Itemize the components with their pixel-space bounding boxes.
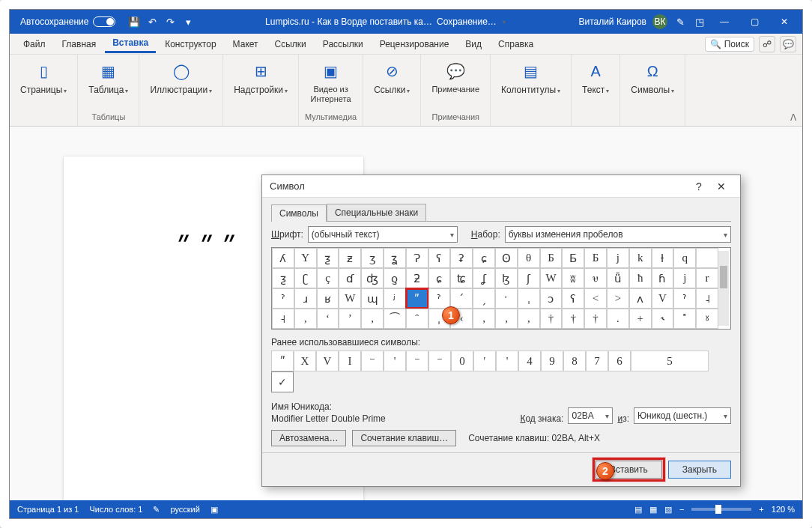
avatar[interactable]: ВК [652,14,667,29]
shortcut-button[interactable]: Сочетание клавиш… [352,430,456,446]
charcode-input[interactable]: 02BA [568,407,613,424]
recent-symbol[interactable]: 0 [451,351,473,371]
symbol-cell[interactable]: . [607,309,629,329]
zoom-level[interactable]: 120 % [772,505,795,514]
symbol-cell[interactable]: ˏ [473,288,495,309]
symbol-cell[interactable]: ʎ [272,248,294,268]
recent-symbol[interactable]: ' [384,351,406,371]
symbol-cell[interactable]: ʬ [562,268,584,288]
close-dialog-button[interactable]: Закрыть [668,461,731,479]
symbol-cell[interactable]: ɕ [473,248,495,268]
symbol-cell[interactable]: + [629,309,652,329]
symbol-cell[interactable]: ʆ [473,268,495,288]
symbol-cell[interactable]: † [540,309,563,329]
tab-designer[interactable]: Конструктор [157,36,223,52]
share-button[interactable]: ☍ [759,36,775,52]
print-layout-icon[interactable]: ▦ [649,505,657,515]
symbol-cell[interactable]: ᵿ [584,268,607,288]
text-button[interactable]: A Текст▾ [578,58,613,98]
dialog-help-button[interactable]: ? [688,180,710,192]
chevron-down-icon[interactable]: ▾ [503,19,506,25]
recent-symbol[interactable]: X [294,351,316,371]
symbol-cell-selected[interactable]: ʺ [406,288,428,309]
symbols-button[interactable]: Ω Символы▾ [626,58,679,98]
comments-button[interactable]: 💬 [780,36,796,52]
autosave-toggle[interactable]: Автосохранение [20,16,115,27]
symbol-cell[interactable]: ˀ [428,288,451,309]
symbol-cell[interactable]: † [562,309,584,329]
symbol-cell[interactable]: ɕ [428,268,451,288]
tab-special-chars[interactable]: Специальные знаки [327,204,426,221]
spellcheck-icon[interactable]: ✎ [153,505,160,515]
symbol-cell[interactable]: ç [317,268,339,288]
search-box[interactable]: 🔍 Поиск [705,37,754,52]
recent-symbol[interactable]: 4 [518,351,541,371]
collapse-ribbon-icon[interactable]: ᐱ [790,112,796,123]
web-layout-icon[interactable]: ▧ [664,505,672,515]
font-select[interactable]: (обычный текст) [308,226,458,243]
symbol-cell[interactable]: ˊ [450,288,473,309]
symbol-cell[interactable]: Y [294,248,317,268]
recent-symbol[interactable]: ⁻ [428,351,451,371]
symbol-cell[interactable]: ‚ [495,309,518,329]
recent-symbol[interactable]: 7 [586,351,608,371]
links-button[interactable]: ⊘ Ссылки▾ [369,58,414,98]
symbol-cell[interactable]: ‚ [294,309,317,329]
symbol-cell[interactable]: Ɂ [406,248,428,268]
symbol-cell[interactable]: ʲ [384,288,406,309]
recent-symbol[interactable]: ⁻ [361,351,384,371]
recent-symbol[interactable]: ′ [473,351,496,371]
minimize-button[interactable]: — [709,10,739,34]
symbol-cell[interactable]: ɮ [495,268,518,288]
macro-icon[interactable]: ▣ [210,505,218,515]
symbol-cell[interactable]: ʃ [518,268,540,288]
symbol-cell[interactable]: j [607,248,629,268]
symbol-cell[interactable]: Ƃ [562,248,584,268]
close-button[interactable]: ✕ [769,10,799,34]
symbol-cell[interactable]: ˀ [673,288,696,309]
symbol-cell[interactable]: > [607,288,629,309]
tab-layout[interactable]: Макет [225,36,266,52]
symbol-cell[interactable]: ʨ [450,268,473,288]
word-count[interactable]: Число слов: 1 [89,505,142,514]
symbol-cell[interactable]: ʒ [361,248,384,268]
online-video-button[interactable]: ▣ Видео из Интернета [306,58,356,107]
tab-mailings[interactable]: Рассылки [315,36,371,52]
symbol-cell[interactable]: ⁀ [384,309,406,329]
symbol-cell[interactable]: ƍ [384,268,406,288]
illustrations-button[interactable]: ◯ Иллюстрации▾ [145,58,216,98]
header-footer-button[interactable]: ▤ Колонтитулы▾ [497,58,565,98]
symbol-cell[interactable]: W [339,288,361,309]
table-button[interactable]: ▦ Таблица▾ [84,58,133,98]
zoom-out-button[interactable]: − [679,505,684,514]
page-status[interactable]: Страница 1 из 1 [17,505,79,514]
symbol-cell[interactable]: ƶ [339,248,361,268]
symbol-cell[interactable]: † [584,309,607,329]
symbol-cell[interactable]: ˧ [272,309,294,329]
tab-symbols-dialog[interactable]: Символы [271,204,327,222]
tab-references[interactable]: Ссылки [267,36,314,52]
undo-icon[interactable]: ↶ [145,15,159,28]
recent-symbol[interactable]: 5 [631,351,709,371]
symbol-cell[interactable]: ʗ [294,268,317,288]
symbol-cell[interactable]: W [540,268,563,288]
symbol-cell[interactable]: ˑ [495,288,518,309]
symbol-cell[interactable]: ħ [629,268,652,288]
symbol-cell[interactable]: ‘ [317,309,339,329]
pages-button[interactable]: ▯ Страницы▾ [16,58,71,98]
symbol-cell[interactable]: V [652,288,674,309]
symbol-cell[interactable]: ƚ [652,248,674,268]
scrollbar[interactable] [718,251,729,326]
symbol-cell[interactable]: ƺ [317,248,339,268]
symbol-cell[interactable]: ʌ [629,288,652,309]
symbol-cell[interactable]: ʡ [450,248,473,268]
symbol-cell[interactable]: ˀ [272,288,294,309]
symbol-cell[interactable]: j [673,268,696,288]
symbol-cell[interactable] [696,248,718,268]
symbol-cell[interactable]: ‚ [473,309,495,329]
symbol-cell[interactable]: ʕ [562,288,584,309]
ribbon-display-icon[interactable]: ◳ [693,15,706,28]
symbol-cell[interactable]: ʕ [428,248,451,268]
symbol-cell[interactable]: Б [584,248,607,268]
symbol-cell[interactable]: ɦ [652,268,674,288]
